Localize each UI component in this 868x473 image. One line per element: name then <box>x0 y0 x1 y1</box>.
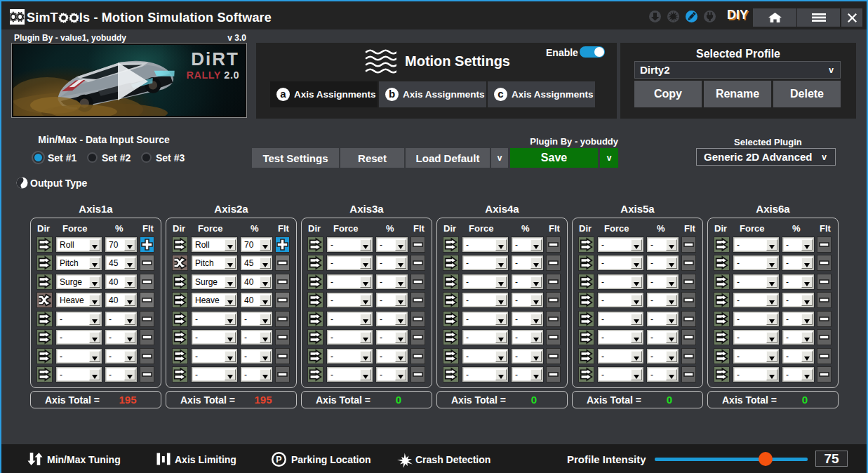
svg-text:P: P <box>276 455 281 465</box>
